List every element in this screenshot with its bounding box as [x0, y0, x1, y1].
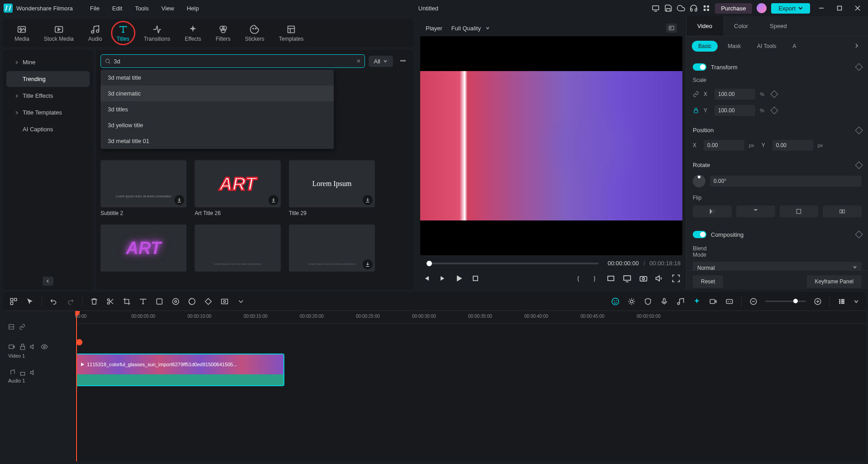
undo-icon[interactable] — [49, 297, 58, 306]
suggestion-item[interactable]: 3d metal title 01 — [101, 133, 334, 149]
subtab-mask[interactable]: Mask — [721, 41, 747, 52]
video-track-icon[interactable] — [8, 343, 15, 350]
keyframe-button[interactable] — [855, 161, 863, 169]
sidebar-item-mine[interactable]: Mine — [6, 54, 90, 70]
track-display-icon[interactable] — [837, 297, 846, 306]
effect-tool-icon[interactable] — [627, 297, 636, 306]
stop-button[interactable] — [471, 274, 480, 283]
timeline-canvas[interactable]: 00:0000:00:05:0000:00:10:0000:00:15:0000… — [75, 311, 865, 461]
zoom-slider[interactable] — [765, 301, 806, 302]
inspector-tab-color[interactable]: Color — [723, 16, 759, 36]
screen-icon[interactable] — [652, 4, 660, 12]
menu-help[interactable]: Help — [180, 2, 205, 14]
flip-reset-button[interactable] — [823, 206, 862, 217]
pos-x-input[interactable] — [704, 140, 744, 151]
subtab-scroll-right[interactable] — [854, 43, 863, 49]
grid-icon[interactable] — [702, 4, 710, 12]
sidebar-collapse-button[interactable] — [43, 277, 53, 286]
quality-select[interactable]: Full Quality — [451, 25, 490, 32]
close-button[interactable] — [851, 1, 864, 15]
rotate-input[interactable] — [710, 176, 862, 187]
snapshot-button[interactable] — [666, 24, 677, 33]
mute-audio-icon[interactable] — [30, 369, 37, 376]
title-thumbnail[interactable]: Lorem ipsum dolor sit amet consectetur S… — [101, 160, 187, 216]
suggestion-item[interactable]: 3d yellow title — [101, 117, 334, 133]
player-scrubber[interactable] — [427, 263, 599, 264]
mark-out-button[interactable]: } — [590, 274, 599, 283]
reset-button[interactable]: Reset — [693, 275, 723, 288]
sidebar-item-ai-captions[interactable]: AI Captions — [6, 121, 90, 137]
download-icon[interactable] — [363, 259, 373, 269]
purchase-button[interactable]: Purchase — [715, 3, 753, 14]
title-thumbnail[interactable]: ART Art Title 26 — [195, 160, 281, 216]
screen-button[interactable] — [623, 274, 632, 283]
suggestion-item[interactable]: 3d metal title — [101, 70, 334, 86]
keyframe-icon[interactable] — [204, 297, 213, 306]
mute-track-icon[interactable] — [30, 343, 37, 350]
hide-track-icon[interactable] — [41, 343, 48, 350]
crop-icon[interactable] — [122, 297, 131, 306]
redo-icon[interactable] — [66, 297, 75, 306]
auto-reframe-icon[interactable] — [9, 297, 18, 306]
download-icon[interactable] — [269, 195, 278, 205]
color-icon[interactable] — [187, 297, 197, 306]
menu-tools[interactable]: Tools — [129, 2, 155, 14]
fullscreen-button[interactable] — [671, 274, 681, 283]
download-icon[interactable] — [363, 195, 373, 205]
selection-tool-icon[interactable] — [25, 297, 34, 306]
download-icon[interactable] — [174, 195, 184, 205]
headset-icon[interactable] — [690, 4, 698, 12]
tab-effects[interactable]: Effects — [177, 23, 208, 44]
link-icon[interactable] — [693, 91, 699, 97]
video-clip[interactable]: 1115318_colorful_glasses_sun_import6279f… — [76, 354, 284, 386]
more-options-button[interactable]: ••• — [397, 55, 409, 67]
menu-view[interactable]: View — [155, 2, 180, 14]
flip-both-button[interactable] — [780, 206, 819, 217]
transform-toggle[interactable] — [693, 63, 706, 71]
delete-icon[interactable] — [90, 297, 99, 306]
inspector-tab-speed[interactable]: Speed — [759, 16, 798, 36]
menu-edit[interactable]: Edit — [106, 2, 129, 14]
tab-transitions[interactable]: Transitions — [137, 23, 177, 44]
lock-icon[interactable] — [693, 107, 699, 114]
compositing-toggle[interactable] — [693, 231, 706, 238]
blend-mode-select[interactable]: Normal — [693, 262, 862, 270]
marker[interactable] — [76, 339, 82, 345]
view-mode-button[interactable] — [606, 274, 615, 283]
filter-dropdown[interactable]: All — [369, 56, 393, 67]
user-avatar[interactable] — [757, 3, 767, 13]
export-button[interactable]: Export — [771, 3, 810, 14]
shield-icon[interactable] — [643, 297, 652, 306]
mark-in-button[interactable]: { — [574, 274, 583, 283]
title-thumbnail[interactable]: Lorem ipsum dolor sit amet consectetur — [289, 225, 375, 272]
sidebar-item-trending[interactable]: Trending — [6, 71, 90, 87]
tracks-collapse-icon[interactable] — [8, 324, 14, 330]
tab-filters[interactable]: Filters — [208, 23, 238, 44]
keyframe-button[interactable] — [855, 231, 863, 239]
tab-media[interactable]: Media — [7, 23, 37, 44]
more-tools-icon[interactable] — [236, 297, 245, 306]
keyframe-button[interactable] — [855, 126, 863, 134]
caption-icon[interactable] — [725, 297, 734, 306]
rotate-dial[interactable] — [693, 175, 705, 187]
subtab-basic[interactable]: Basic — [692, 41, 718, 52]
camera-button[interactable] — [639, 274, 648, 283]
keyframe-button[interactable] — [770, 107, 778, 115]
playhead[interactable] — [76, 311, 77, 461]
enhance-icon[interactable] — [692, 297, 701, 306]
keyframe-button[interactable] — [770, 91, 778, 98]
mic-icon[interactable] — [660, 297, 669, 306]
green-screen-icon[interactable] — [220, 297, 229, 306]
keyframe-button[interactable] — [855, 63, 863, 71]
record-icon[interactable] — [709, 297, 718, 306]
tab-stickers[interactable]: Stickers — [238, 23, 272, 44]
next-frame-button[interactable] — [438, 274, 447, 283]
audio-track-icon[interactable] — [8, 369, 15, 376]
maximize-button[interactable] — [833, 1, 846, 15]
play-button[interactable] — [455, 274, 464, 283]
lock-track-icon[interactable] — [19, 343, 26, 350]
split-icon[interactable] — [106, 297, 115, 306]
scale-y-input[interactable] — [715, 105, 755, 116]
subtab-more[interactable]: A — [786, 41, 802, 52]
suggestion-item[interactable]: 3d cinematic — [101, 86, 334, 101]
